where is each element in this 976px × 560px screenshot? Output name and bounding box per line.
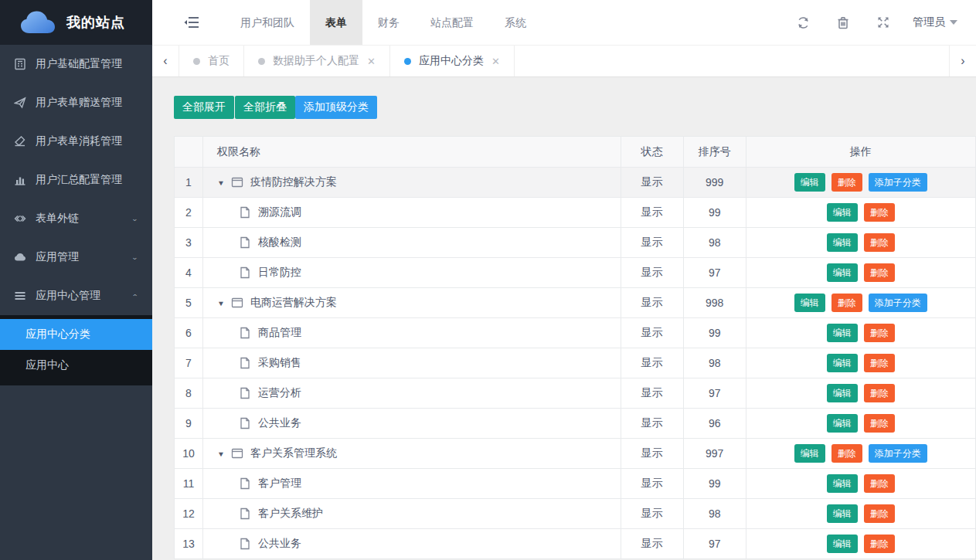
delete-button[interactable]: 删除: [864, 203, 895, 222]
tree-collapse-caret-icon[interactable]: ▼: [217, 178, 225, 186]
add-sub-category-button[interactable]: 添加子分类: [869, 444, 927, 463]
permission-name: 电商运营解决方案: [250, 296, 337, 310]
add-sub-category-button[interactable]: 添加子分类: [869, 294, 927, 312]
fullscreen-icon[interactable]: [863, 16, 903, 29]
edit-button[interactable]: 编辑: [827, 414, 858, 433]
sort-cell: 997: [683, 439, 746, 469]
table-row[interactable]: 5 ▼ 电商运营解决方案 显示 998 编辑删除添加子分类: [175, 288, 976, 318]
edit-button[interactable]: 编辑: [827, 354, 858, 372]
tab-home[interactable]: 首页: [179, 46, 244, 76]
table-row[interactable]: 3 核酸检测 显示 98 编辑删除: [175, 228, 976, 258]
status-cell: 显示: [621, 378, 683, 409]
permission-name: 采购销售: [258, 356, 301, 370]
tab-data-assistant-config[interactable]: 数据助手个人配置 ✕: [244, 46, 390, 76]
edit-button[interactable]: 编辑: [827, 233, 858, 252]
edit-button[interactable]: 编辑: [794, 173, 825, 192]
tabs-scroll-left-icon[interactable]: ‹: [152, 46, 179, 76]
delete-button[interactable]: 删除: [864, 263, 895, 282]
sort-cell: 96: [683, 409, 746, 439]
tab-app-center-category[interactable]: 应用中心分类 ✕: [390, 46, 515, 76]
site-title: 我的站点: [66, 13, 125, 32]
refresh-icon[interactable]: [783, 16, 823, 29]
status-cell: 显示: [621, 348, 683, 378]
edit-button[interactable]: 编辑: [827, 324, 858, 342]
table-row[interactable]: 1 ▼ 疫情防控解决方案 显示 999 编辑删除添加子分类: [175, 168, 976, 198]
sidebar-item-user-basic-config[interactable]: 用户基础配置管理: [0, 45, 152, 83]
nav-item-forms[interactable]: 表单: [310, 0, 362, 45]
user-menu[interactable]: 管理员: [913, 15, 957, 29]
site-logo[interactable]: 我的站点: [0, 0, 152, 45]
edit-button[interactable]: 编辑: [827, 474, 858, 493]
delete-button[interactable]: 删除: [864, 233, 895, 252]
nav-item-finance[interactable]: 财务: [362, 0, 415, 45]
table-row[interactable]: 7 采购销售 显示 98 编辑删除: [175, 348, 976, 378]
edit-button[interactable]: 编辑: [827, 535, 858, 553]
nav-item-system[interactable]: 系统: [489, 0, 542, 45]
edit-button[interactable]: 编辑: [827, 384, 858, 402]
sidebar-item-label: 用户表单赠送管理: [36, 96, 122, 110]
tab-label: 首页: [208, 54, 230, 68]
row-index: 13: [175, 529, 203, 559]
row-index: 4: [175, 258, 203, 288]
sidebar-collapse-icon[interactable]: [169, 0, 214, 45]
sidebar-item-summary-config[interactable]: 用户汇总配置管理: [0, 161, 152, 199]
tabs-scroll-right-icon[interactable]: ›: [949, 46, 976, 76]
status-cell: 显示: [621, 288, 683, 318]
status-cell: 显示: [621, 258, 683, 288]
edit-button[interactable]: 编辑: [794, 444, 825, 463]
file-icon: [239, 266, 251, 279]
file-icon: [239, 236, 251, 249]
navbar-right-tools: 管理员: [783, 0, 976, 45]
edit-button[interactable]: 编辑: [827, 263, 858, 282]
send-icon: [14, 97, 26, 109]
delete-button[interactable]: 删除: [864, 414, 895, 433]
sidebar-item-app-center-manage[interactable]: 应用中心管理 ⌄: [0, 277, 152, 315]
delete-button[interactable]: 删除: [864, 504, 895, 523]
chevron-down-icon: ⌄: [131, 253, 138, 261]
delete-button[interactable]: 删除: [831, 294, 862, 312]
delete-button[interactable]: 删除: [864, 384, 895, 402]
delete-button[interactable]: 删除: [864, 324, 895, 342]
permission-name: 公共业务: [258, 416, 301, 430]
trash-icon[interactable]: [823, 16, 863, 29]
table-row[interactable]: 10 ▼ 客户关系管理系统 显示 997 编辑删除添加子分类: [175, 439, 976, 469]
tree-collapse-caret-icon[interactable]: ▼: [217, 450, 225, 457]
delete-button[interactable]: 删除: [831, 173, 862, 192]
tab-close-icon[interactable]: ✕: [367, 56, 376, 67]
table-row[interactable]: 6 商品管理 显示 99 编辑删除: [175, 318, 976, 348]
delete-button[interactable]: 删除: [864, 535, 895, 553]
expand-all-button[interactable]: 全部展开: [174, 96, 234, 119]
edit-button[interactable]: 编辑: [794, 294, 825, 312]
table-row[interactable]: 13 公共业务 显示 97 编辑删除: [175, 529, 976, 559]
toolbar: 全部展开 全部折叠 添加顶级分类: [174, 96, 976, 119]
add-top-category-button[interactable]: 添加顶级分类: [295, 96, 377, 119]
sidebar-item-form-consume[interactable]: 用户表单消耗管理: [0, 122, 152, 161]
sidebar-item-form-gift[interactable]: 用户表单赠送管理: [0, 83, 152, 122]
delete-button[interactable]: 删除: [864, 354, 895, 372]
table-row[interactable]: 12 客户关系维护 显示 98 编辑删除: [175, 499, 976, 529]
nav-item-site-config[interactable]: 站点配置: [415, 0, 489, 45]
delete-button[interactable]: 删除: [831, 444, 862, 463]
submenu-item-app-center[interactable]: 应用中心: [0, 350, 152, 381]
sidebar-item-form-links[interactable]: 表单外链 ⌄: [0, 199, 152, 238]
row-index: 12: [175, 499, 203, 529]
table-row[interactable]: 2 溯源流调 显示 99 编辑删除: [175, 198, 976, 228]
sidebar-item-app-manage[interactable]: 应用管理 ⌄: [0, 238, 152, 277]
table-row[interactable]: 11 客户管理 显示 99 编辑删除: [175, 469, 976, 499]
delete-button[interactable]: 删除: [864, 474, 895, 493]
edit-button[interactable]: 编辑: [827, 203, 858, 222]
tree-collapse-caret-icon[interactable]: ▼: [217, 299, 225, 307]
table-row[interactable]: 4 日常防控 显示 97 编辑删除: [175, 258, 976, 288]
table-row[interactable]: 8 运营分析 显示 97 编辑删除: [175, 378, 976, 409]
header-index: [175, 137, 203, 168]
submenu-item-app-center-category[interactable]: 应用中心分类: [0, 319, 152, 350]
nav-item-users-teams[interactable]: 用户和团队: [225, 0, 310, 45]
tab-label: 应用中心分类: [419, 54, 484, 68]
tab-close-icon[interactable]: ✕: [491, 56, 500, 67]
row-index: 11: [175, 469, 203, 499]
sort-cell: 97: [683, 378, 746, 409]
collapse-all-button[interactable]: 全部折叠: [235, 96, 295, 119]
edit-button[interactable]: 编辑: [827, 504, 858, 523]
add-sub-category-button[interactable]: 添加子分类: [869, 173, 927, 192]
table-row[interactable]: 9 公共业务 显示 96 编辑删除: [175, 409, 976, 439]
